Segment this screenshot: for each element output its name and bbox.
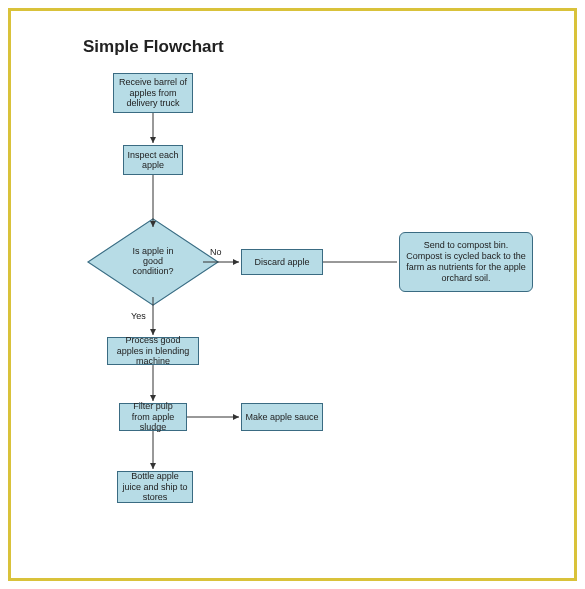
edge-label-no: No bbox=[210, 247, 222, 257]
node-decision-label: Is apple in good condition? bbox=[103, 229, 203, 295]
node-bottle: Bottle apple juice and ship to stores bbox=[117, 471, 193, 503]
node-sauce: Make apple sauce bbox=[241, 403, 323, 431]
node-discard: Discard apple bbox=[241, 249, 323, 275]
node-decision: Is apple in good condition? bbox=[103, 229, 203, 295]
node-inspect: Inspect each apple bbox=[123, 145, 183, 175]
flowchart-canvas: Simple Flowchart Receive barrel of apple… bbox=[11, 11, 574, 578]
flowchart-frame: Simple Flowchart Receive barrel of apple… bbox=[8, 8, 577, 581]
annotation-compost: Send to compost bin. Compost is cycled b… bbox=[399, 232, 533, 292]
node-filter: Filter pulp from apple sludge bbox=[119, 403, 187, 431]
page-title: Simple Flowchart bbox=[83, 37, 224, 57]
connectors bbox=[11, 11, 574, 578]
node-receive: Receive barrel of apples from delivery t… bbox=[113, 73, 193, 113]
node-process: Process good apples in blending machine bbox=[107, 337, 199, 365]
edge-label-yes: Yes bbox=[131, 311, 146, 321]
